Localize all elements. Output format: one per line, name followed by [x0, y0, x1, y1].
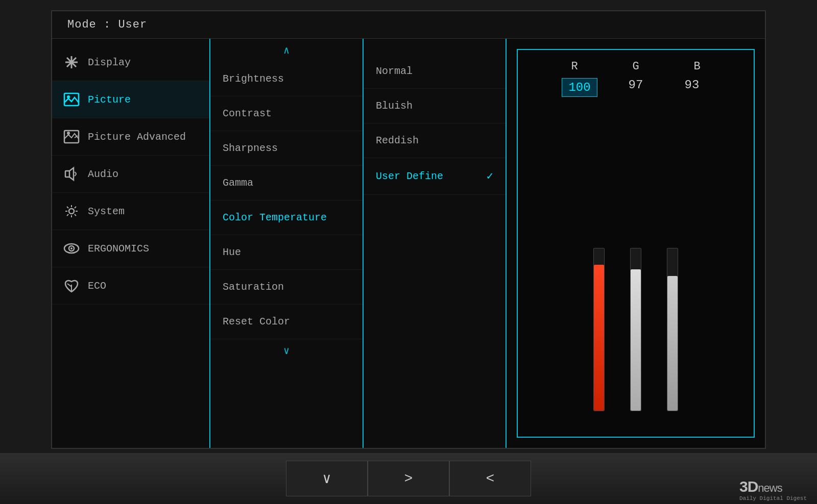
user-define-checkmark: ✓ [487, 169, 493, 183]
b-value: 93 [674, 78, 710, 97]
picture-advanced-icon [62, 128, 81, 146]
svg-point-8 [67, 132, 70, 135]
sidebar-item-picture-advanced-label: Picture Advanced [88, 131, 186, 143]
menu-item-color-temperature[interactable]: Color Temperature [210, 200, 363, 235]
menu-item-reset-color[interactable]: Reset Color [210, 305, 363, 339]
g-slider-track [630, 248, 641, 411]
submenu-item-user-define[interactable]: User Define ✓ [364, 158, 506, 195]
sidebar-item-ergonomics[interactable]: ERGONOMICS [52, 230, 209, 267]
submenu-item-bluish[interactable]: Bluish [364, 89, 506, 123]
g-label: G [620, 60, 651, 73]
monitor-osd: Mode : User Display [51, 10, 766, 449]
eco-icon [62, 276, 81, 295]
nav-down-button[interactable]: ∨ [286, 461, 368, 496]
menu-item-sharpness[interactable]: Sharpness [210, 131, 363, 166]
watermark-3d-text: 3Dnews [739, 478, 807, 495]
menu-item-hue[interactable]: Hue [210, 235, 363, 270]
watermark-subtext: Daily Digital Digest [739, 495, 807, 501]
b-slider-track [667, 248, 678, 411]
rgb-values: 100 97 93 [562, 78, 710, 97]
sidebar-item-eco[interactable]: ECO [52, 267, 209, 305]
main-content: Display Picture [52, 39, 765, 448]
svg-point-6 [67, 95, 70, 98]
sidebar-item-system-label: System [88, 206, 125, 217]
submenu-item-reddish[interactable]: Reddish [364, 123, 506, 158]
r-slider[interactable] [593, 248, 605, 421]
nav-left-button[interactable]: < [449, 461, 531, 496]
scroll-up-arrow[interactable]: ∧ [210, 39, 363, 62]
system-icon [62, 202, 81, 220]
menu-item-saturation[interactable]: Saturation [210, 270, 363, 305]
audio-icon [62, 165, 81, 183]
nav-right-button[interactable]: > [368, 461, 449, 496]
middle-menu: ∧ Brightness Contrast Sharpness Gamma Co… [210, 39, 364, 448]
g-slider[interactable] [630, 248, 641, 421]
sidebar-item-display-label: Display [88, 57, 131, 68]
r-value[interactable]: 100 [562, 78, 597, 97]
picture-icon [62, 90, 81, 109]
menu-item-gamma[interactable]: Gamma [210, 166, 363, 200]
sidebar-item-eco-label: ECO [88, 280, 106, 292]
sidebar-item-picture-label: Picture [88, 94, 131, 106]
sidebar-item-picture[interactable]: Picture [52, 81, 209, 118]
r-slider-fill [594, 265, 604, 411]
sidebar-item-audio-label: Audio [88, 168, 118, 180]
rgb-panel: R G B 100 97 93 [517, 49, 755, 438]
svg-rect-10 [65, 171, 69, 177]
menu-item-brightness[interactable]: Brightness [210, 62, 363, 96]
sidebar: Display Picture [52, 39, 210, 448]
rgb-header: R G B [559, 60, 712, 73]
sidebar-item-picture-advanced[interactable]: Picture Advanced [52, 118, 209, 156]
mode-bar: Mode : User [52, 11, 765, 39]
sidebar-item-display[interactable]: Display [52, 44, 209, 81]
g-value: 97 [618, 78, 654, 97]
svg-point-11 [69, 209, 74, 214]
watermark: 3Dnews Daily Digital Digest [739, 478, 807, 501]
nav-bar: ∨ > < [0, 453, 817, 504]
color-temp-submenu: Normal Bluish Reddish User Define ✓ [364, 39, 507, 448]
b-label: B [682, 60, 712, 73]
sidebar-item-system[interactable]: System [52, 193, 209, 230]
scroll-down-arrow[interactable]: ∨ [210, 339, 363, 362]
svg-point-14 [70, 247, 73, 249]
b-slider[interactable] [667, 248, 678, 421]
svg-point-4 [69, 60, 74, 64]
rgb-sliders [593, 107, 678, 426]
b-slider-fill [667, 276, 678, 411]
r-slider-track [593, 248, 605, 411]
submenu-item-normal[interactable]: Normal [364, 54, 506, 89]
g-slider-fill [631, 269, 641, 411]
mode-label: Mode : User [67, 18, 147, 31]
sidebar-item-audio[interactable]: Audio [52, 156, 209, 193]
menu-item-contrast[interactable]: Contrast [210, 96, 363, 131]
asterisk-icon [62, 53, 81, 71]
r-label: R [559, 60, 590, 73]
eye-icon [62, 239, 81, 258]
sidebar-item-ergonomics-label: ERGONOMICS [88, 243, 149, 255]
